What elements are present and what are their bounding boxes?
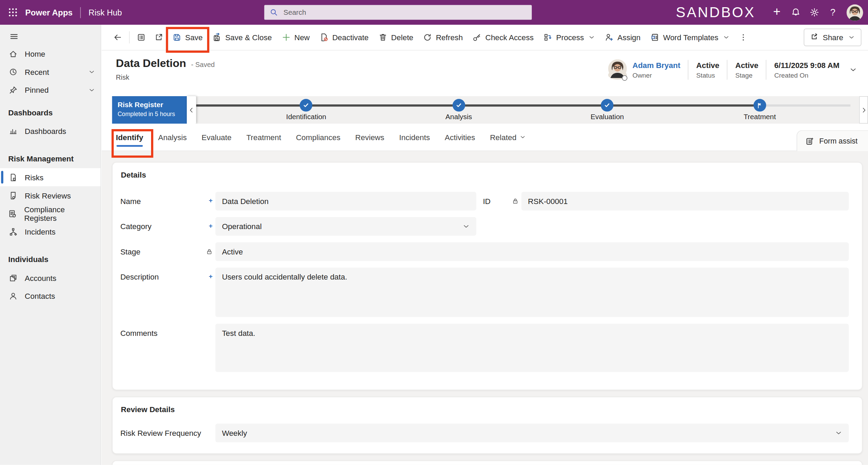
tab-label: Analysis (158, 133, 186, 141)
dashboards-icon (8, 127, 18, 136)
id-field[interactable]: RSK-00001 (521, 192, 849, 210)
account-menu-button[interactable] (847, 4, 863, 21)
check-access-button[interactable]: Check Access (468, 29, 538, 46)
active-tab-underline (116, 145, 142, 147)
sidebar-item-contacts[interactable]: Contacts (0, 287, 101, 305)
bpf-track: Identification Analysis Evaluation (196, 96, 859, 124)
open-in-new-window-button[interactable] (150, 29, 168, 46)
comments-field[interactable]: Test data. (215, 324, 849, 372)
gear-icon (810, 8, 819, 17)
settings-button[interactable] (805, 0, 823, 25)
header-divider (688, 60, 689, 80)
status-value: Active (696, 61, 719, 70)
tab-label: Activities (445, 133, 475, 141)
sidebar-item-label: Home (25, 49, 45, 58)
sidebar-item-accounts[interactable]: Accounts (0, 269, 101, 287)
save-button[interactable]: Save (168, 29, 208, 46)
deactivate-button[interactable]: Deactivate (315, 29, 373, 46)
notifications-button[interactable] (786, 0, 805, 25)
stage-field: Active Stage (735, 61, 758, 79)
tab-reviews[interactable]: Reviews (355, 124, 385, 150)
tab-activities[interactable]: Activities (445, 124, 475, 150)
assign-button[interactable]: Assign (600, 29, 646, 46)
chevron-down-icon (462, 223, 470, 230)
sidebar-item-incidents[interactable]: Incidents (0, 223, 101, 241)
share-label: Share (823, 33, 843, 42)
tab-treatment[interactable]: Treatment (246, 124, 281, 150)
sidebar-item-recent[interactable]: Recent (0, 63, 101, 81)
header-collapse-button[interactable] (849, 66, 857, 73)
global-search-box[interactable] (264, 5, 532, 20)
help-icon: ? (830, 7, 835, 18)
bpf-collapse-button[interactable] (187, 96, 196, 124)
process-button[interactable]: Process (539, 29, 600, 46)
bpf-stage-evaluation[interactable]: Evaluation (591, 96, 624, 121)
category-dropdown[interactable]: Operational (215, 217, 476, 236)
help-button[interactable]: ? (823, 0, 842, 25)
bell-icon (791, 8, 800, 17)
next-section-partial (112, 461, 863, 465)
sitemap-collapse-button[interactable] (0, 28, 101, 45)
delete-button[interactable]: Delete (374, 29, 418, 46)
review-details-section: Review Details Risk Review Frequency Wee… (112, 397, 863, 454)
chevron-down-icon (89, 87, 95, 93)
plus-icon: + (773, 5, 781, 18)
risk-review-frequency-dropdown[interactable]: Weekly (215, 424, 849, 442)
form-assist-icon (806, 137, 814, 146)
topbar-right: SANDBOX + ? (676, 0, 868, 25)
id-field-label-cell: ID (483, 192, 521, 205)
sidebar-group-risk-management: Risk Management (0, 145, 101, 168)
refresh-button[interactable]: Refresh (418, 29, 468, 46)
more-commands-button[interactable] (734, 29, 752, 46)
show-as-button[interactable] (133, 29, 150, 46)
new-environment-button[interactable]: + (767, 0, 786, 25)
sidebar-item-label: Compliance Registers (24, 205, 95, 222)
tab-related[interactable]: Related (490, 124, 526, 150)
bpf-stage-identification[interactable]: Identification (286, 96, 326, 121)
sidebar-item-compliance-registers[interactable]: Compliance Registers (0, 204, 101, 223)
bpf-stage-analysis[interactable]: Analysis (445, 96, 472, 121)
tab-incidents[interactable]: Incidents (399, 124, 430, 150)
description-field[interactable]: Users could accidentally delete data. (215, 268, 849, 317)
sidebar-item-risks[interactable]: Risks (0, 168, 101, 186)
record-title: Data Deletion (116, 57, 186, 70)
app-name[interactable]: Risk Hub (89, 8, 122, 17)
bpf-stage-label: Evaluation (591, 113, 624, 121)
bpf-next-stage-button[interactable] (859, 96, 868, 124)
risks-icon (8, 173, 18, 182)
sidebar-item-risk-reviews[interactable]: Risk Reviews (0, 186, 101, 204)
site-map-sidebar: Home Recent Pinned Dashboards Da (0, 25, 101, 465)
share-button[interactable]: Share (803, 29, 861, 46)
sidebar-item-home[interactable]: Home (0, 45, 101, 63)
description-value: Users could accidentally delete data. (222, 273, 347, 282)
contacts-icon (8, 292, 18, 300)
stage-field[interactable]: Active (215, 242, 849, 261)
header-divider (727, 60, 728, 80)
tab-identify[interactable]: Identify (116, 124, 144, 150)
chevron-down-icon (89, 68, 95, 75)
search-icon (270, 8, 278, 16)
trash-icon (378, 33, 387, 42)
bpf-process-box[interactable]: Risk Register Completed in 5 hours (112, 96, 187, 124)
new-button[interactable]: New (277, 29, 315, 46)
key-icon (473, 33, 482, 42)
tab-analysis[interactable]: Analysis (158, 124, 186, 150)
required-indicator (209, 197, 215, 204)
process-icon (544, 33, 552, 42)
sidebar-item-dashboards[interactable]: Dashboards (0, 122, 101, 140)
owner-name-link[interactable]: Adam Bryant (632, 61, 680, 70)
name-field[interactable]: Data Deletion (215, 192, 476, 210)
app-launcher-button[interactable] (0, 0, 25, 25)
stage-label: Stage (735, 71, 758, 79)
back-button[interactable] (109, 29, 126, 46)
refresh-label: Refresh (436, 33, 462, 42)
word-templates-button[interactable]: Word Templates (646, 29, 734, 46)
search-input[interactable] (282, 8, 526, 17)
sidebar-item-pinned[interactable]: Pinned (0, 81, 101, 99)
power-apps-window: Power Apps Risk Hub SANDBOX + (0, 0, 868, 465)
form-assist-button[interactable]: Form assist (797, 130, 868, 151)
tab-compliances[interactable]: Compliances (296, 124, 341, 150)
bpf-stage-treatment[interactable]: Treatment (744, 96, 776, 121)
tab-evaluate[interactable]: Evaluate (202, 124, 231, 150)
save-and-close-button[interactable]: Save & Close (208, 29, 277, 46)
